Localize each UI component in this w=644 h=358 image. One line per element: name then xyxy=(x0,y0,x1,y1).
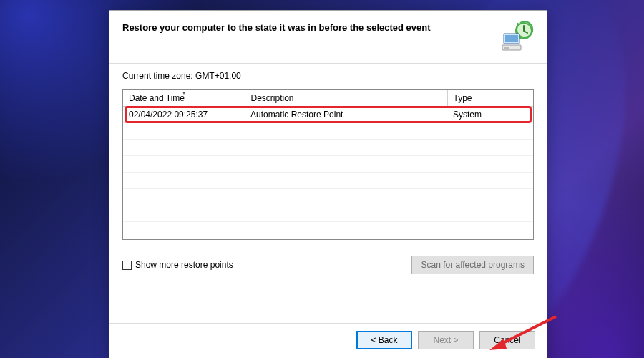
column-header-description[interactable]: Description xyxy=(245,90,447,107)
table-row xyxy=(123,189,533,205)
table-row xyxy=(123,222,533,238)
dialog-title: Restore your computer to the state it wa… xyxy=(122,21,499,33)
checkbox-label: Show more restore points xyxy=(135,260,233,270)
next-button[interactable]: Next > xyxy=(418,331,474,349)
scan-affected-programs-button[interactable]: Scan for affected programs xyxy=(411,256,534,274)
svg-rect-3 xyxy=(505,35,518,42)
dialog-footer: < Back Next > Cancel xyxy=(109,323,547,358)
table-row xyxy=(123,140,533,156)
table-row xyxy=(123,173,533,189)
below-table-row: Show more restore points Scan for affect… xyxy=(122,256,534,274)
back-button[interactable]: < Back xyxy=(356,331,412,349)
system-restore-dialog: Restore your computer to the state it wa… xyxy=(109,10,547,358)
system-restore-icon xyxy=(499,21,534,52)
sort-descending-icon: ▾ xyxy=(182,90,185,96)
show-more-restore-points-checkbox[interactable]: Show more restore points xyxy=(122,260,233,270)
column-header-type[interactable]: Type xyxy=(447,90,533,107)
dialog-header: Restore your computer to the state it wa… xyxy=(109,11,547,64)
svg-rect-5 xyxy=(504,47,509,49)
restore-points-table[interactable]: ▾ Date and Time Description Type 02/04/2… xyxy=(122,90,534,240)
cell-description: Automatic Restore Point xyxy=(245,107,447,123)
cell-date: 02/04/2022 09:25:37 xyxy=(123,107,245,123)
table-row[interactable]: 02/04/2022 09:25:37 Automatic Restore Po… xyxy=(123,107,533,123)
table-row xyxy=(123,123,533,140)
dialog-body: Current time zone: GMT+01:00 ▾ Date and … xyxy=(109,64,547,323)
cell-type: System xyxy=(447,107,533,123)
checkbox-icon xyxy=(122,261,132,270)
table-row xyxy=(123,205,533,222)
timezone-label: Current time zone: GMT+01:00 xyxy=(122,71,534,81)
cancel-button[interactable]: Cancel xyxy=(479,331,535,349)
column-header-date[interactable]: ▾ Date and Time xyxy=(123,90,245,107)
table-row xyxy=(123,156,533,173)
